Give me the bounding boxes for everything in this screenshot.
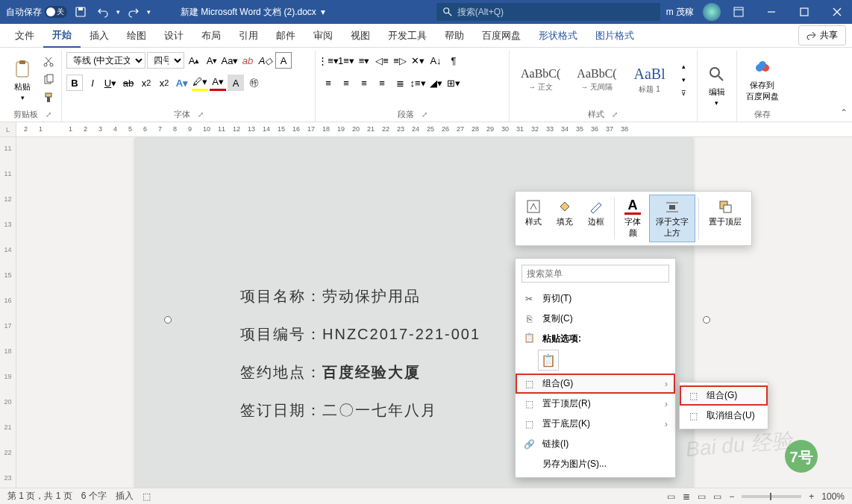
text-effects-button[interactable]: A▾ [174,75,190,91]
tab-home[interactable]: 开始 [43,24,81,48]
font-family-select[interactable]: 等线 (中文正文) [66,52,145,69]
tab-insert[interactable]: 插入 [81,25,118,47]
italic-button[interactable]: I [84,75,101,91]
tab-review[interactable]: 审阅 [304,25,342,47]
ctx-cut[interactable]: ✂剪切(T) [516,289,675,309]
user-avatar[interactable] [703,3,721,21]
selection-handle-left[interactable] [164,316,172,324]
borders-button[interactable]: ⊞▾ [445,75,462,91]
style-normal[interactable]: AaBbC( → 正文 [514,62,567,98]
ribbon-mode-button[interactable] [724,0,754,24]
paragraph-launcher-icon[interactable]: ⤢ [422,110,427,119]
mini-wrap-button[interactable]: 浮于文字 上方 [649,195,695,242]
zoom-slider[interactable] [742,495,801,498]
context-search-input[interactable] [521,265,669,283]
zoom-in-button[interactable]: + [809,491,814,502]
font-size-select[interactable]: 四号 [147,52,184,69]
zoom-out-button[interactable]: − [729,491,734,502]
tab-selector[interactable]: L [0,122,16,136]
cut-button[interactable] [40,54,57,70]
superscript-button[interactable]: x2 [156,75,172,91]
highlight-button[interactable]: 🖊▾ [192,75,208,91]
save-icon[interactable] [72,3,90,21]
collapse-ribbon-icon[interactable]: ⌃ [840,107,848,118]
ctx-send-back[interactable]: ⬚置于底层(K)› [516,414,675,434]
save-baidu-button[interactable]: 保存到 百度网盘 [742,54,783,105]
ctx-paste-option[interactable]: 📋 [538,350,559,371]
ctx-link[interactable]: 🔗链接(I) [516,434,675,454]
close-button[interactable] [822,0,852,24]
redo-icon[interactable] [125,3,142,21]
ctx-copy[interactable]: ⎘复制(C) [516,309,675,329]
editing-button[interactable]: 编辑 ▾ [702,61,732,110]
status-page[interactable]: 第 1 页，共 1 页 [7,490,72,503]
bold-button[interactable]: B [66,75,83,91]
styles-more-icon[interactable]: ⊽ [676,87,692,99]
tab-help[interactable]: 帮助 [436,25,473,47]
view-read-button[interactable]: ≣ [683,491,690,502]
enclose-char-button[interactable]: ㊕ [245,75,262,91]
mini-style-button[interactable]: 样式 [519,195,548,242]
decrease-indent-button[interactable]: ◁≡ [374,52,390,69]
zoom-level[interactable]: 100% [821,491,845,502]
autosave-toggle[interactable]: 自动保存 关 [6,6,67,19]
align-center-button[interactable]: ≡ [338,75,354,91]
minimize-button[interactable] [757,0,786,24]
font-color-button[interactable]: A▾ [210,75,226,91]
mini-bring-front-button[interactable]: 置于顶层 [702,195,748,242]
numbering-button[interactable]: 1≡▾ [338,52,354,69]
context-search[interactable] [521,265,669,283]
styles-launcher-icon[interactable]: ⤢ [612,110,618,119]
char-shading-button[interactable]: A [228,75,244,91]
multilevel-button[interactable]: ≡▾ [356,52,372,69]
tab-draw[interactable]: 绘图 [118,25,155,47]
font-launcher-icon[interactable]: ⤢ [198,110,204,119]
strikethrough-button[interactable]: ab [120,75,137,91]
tab-file[interactable]: 文件 [6,25,43,47]
tab-view[interactable]: 视图 [342,25,379,47]
change-case-button[interactable]: Aa▾ [222,52,238,69]
increase-font-button[interactable]: A▴ [186,52,202,69]
undo-icon[interactable] [94,3,112,21]
copy-button[interactable] [40,72,57,88]
bullets-button[interactable]: ⋮≡▾ [320,52,336,69]
clear-format-button[interactable]: A◇ [257,52,274,69]
decrease-font-button[interactable]: A▾ [204,52,220,69]
style-heading1[interactable]: AaBl 标题 1 [627,60,673,100]
selection-handle-right[interactable] [703,316,710,324]
title-dropdown-icon[interactable]: ▾ [321,7,325,17]
show-marks-button[interactable]: ¶ [445,52,462,69]
view-focus-button[interactable]: ▭ [667,491,675,502]
increase-indent-button[interactable]: ≡▷ [392,52,408,69]
underline-button[interactable]: U▾ [102,75,119,91]
ctx-group[interactable]: ⬚组合(G)› [516,374,675,394]
phonetic-guide-button[interactable]: ab [239,52,256,69]
vertical-ruler[interactable]: 11111213141516171819202122232425262728 [0,137,16,494]
styles-down-icon[interactable]: ▾ [676,74,692,86]
subscript-button[interactable]: x2 [138,75,154,91]
status-mode[interactable]: 插入 [116,490,134,503]
line-spacing-button[interactable]: ↕≡▾ [410,75,426,91]
tab-dev[interactable]: 开发工具 [379,25,436,47]
justify-button[interactable]: ≡ [374,75,390,91]
sort-button[interactable]: A↓ [427,52,444,69]
mini-font-color-button[interactable]: A字体 颜 [618,195,648,242]
style-nospacing[interactable]: AaBbC( → 无间隔 [570,62,623,98]
tab-shape-format[interactable]: 形状格式 [530,25,586,47]
align-right-button[interactable]: ≡ [356,75,372,91]
ctx-bring-front[interactable]: ⬚置于顶层(R)› [516,394,675,414]
mini-outline-button[interactable]: 边框 [581,195,611,242]
ctx-save-as-pic[interactable]: 另存为图片(S)... [516,454,675,474]
distribute-button[interactable]: ≣ [392,75,408,91]
share-button[interactable]: 共享 [798,25,846,45]
view-web-button[interactable]: ▭ [713,491,721,502]
status-words[interactable]: 6 个字 [81,490,107,503]
view-print-button[interactable]: ▭ [698,491,706,502]
shading-button[interactable]: ◢▾ [427,75,444,91]
submenu-ungroup[interactable]: ⬚取消组合(U) [680,406,768,426]
maximize-button[interactable] [789,0,819,24]
clipboard-launcher-icon[interactable]: ⤢ [46,110,51,119]
document-title[interactable]: 新建 Microsoft Word 文档 (2).docx [181,6,316,19]
mini-fill-button[interactable]: 填充 [550,195,580,242]
submenu-group[interactable]: ⬚组合(G) [680,385,768,406]
